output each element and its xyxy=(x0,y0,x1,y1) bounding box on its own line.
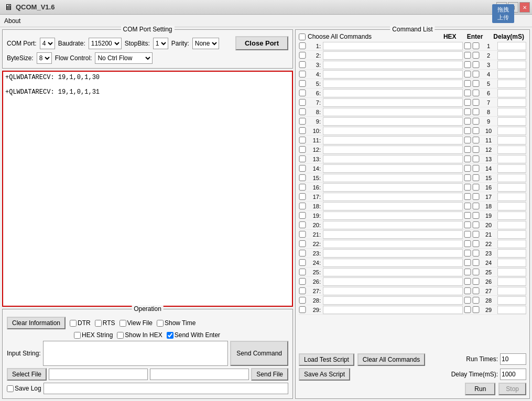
cmd-checkbox-14[interactable] xyxy=(299,165,306,172)
cmd-input-9[interactable] xyxy=(323,117,463,126)
send-file-button[interactable]: Send File xyxy=(251,368,288,381)
cmd-input-17[interactable] xyxy=(323,193,463,201)
cmd-input-3[interactable] xyxy=(323,61,463,69)
cmd-delay-23[interactable] xyxy=(497,249,526,258)
cmd-hex-checkbox-5[interactable] xyxy=(464,80,471,87)
cmd-enter-checkbox-16[interactable] xyxy=(472,184,480,191)
cmd-checkbox-1[interactable] xyxy=(299,42,306,49)
cmd-checkbox-28[interactable] xyxy=(299,297,306,304)
cmd-checkbox-20[interactable] xyxy=(299,221,306,228)
cmd-hex-checkbox-15[interactable] xyxy=(464,174,471,181)
cmd-checkbox-22[interactable] xyxy=(299,240,306,247)
run-button[interactable]: Run xyxy=(465,383,495,395)
cmd-enter-checkbox-19[interactable] xyxy=(472,212,480,219)
cmd-input-22[interactable] xyxy=(323,240,463,248)
cmd-delay-5[interactable] xyxy=(497,80,526,88)
cmd-enter-checkbox-4[interactable] xyxy=(472,71,480,77)
cmd-hex-checkbox-18[interactable] xyxy=(464,203,471,209)
cmd-checkbox-6[interactable] xyxy=(299,90,306,96)
cmd-hex-checkbox-23[interactable] xyxy=(464,250,471,257)
choose-all-checkbox[interactable] xyxy=(299,34,306,40)
cmd-hex-checkbox-2[interactable] xyxy=(464,52,471,59)
cmd-delay-7[interactable] xyxy=(497,98,526,107)
cmd-hex-checkbox-19[interactable] xyxy=(464,212,471,219)
cmd-checkbox-18[interactable] xyxy=(299,203,306,209)
stopbits-select[interactable]: 1 xyxy=(153,38,168,49)
cmd-input-23[interactable] xyxy=(323,249,463,258)
show-in-hex-checkbox-label[interactable]: Show In HEX xyxy=(117,331,162,339)
save-log-checkbox-label[interactable]: Save Log xyxy=(7,385,41,392)
cmd-input-28[interactable] xyxy=(323,296,463,305)
cmd-delay-19[interactable] xyxy=(497,211,526,220)
stop-button[interactable]: Stop xyxy=(498,383,526,395)
cmd-delay-11[interactable] xyxy=(497,136,526,144)
cmd-hex-checkbox-9[interactable] xyxy=(464,118,471,125)
cmd-delay-14[interactable] xyxy=(497,164,526,173)
cmd-input-5[interactable] xyxy=(323,80,463,88)
cmd-hex-checkbox-24[interactable] xyxy=(464,259,471,266)
cmd-input-20[interactable] xyxy=(323,221,463,229)
cmd-hex-checkbox-4[interactable] xyxy=(464,71,471,77)
cmd-input-25[interactable] xyxy=(323,268,463,276)
cmd-input-6[interactable] xyxy=(323,89,463,97)
cmd-delay-13[interactable] xyxy=(497,155,526,163)
cmd-hex-checkbox-7[interactable] xyxy=(464,99,471,106)
cmd-input-21[interactable] xyxy=(323,230,463,239)
cmd-hex-checkbox-8[interactable] xyxy=(464,108,471,115)
cmd-enter-checkbox-25[interactable] xyxy=(472,269,480,275)
cmd-enter-checkbox-29[interactable] xyxy=(472,306,480,313)
cmd-checkbox-10[interactable] xyxy=(299,127,306,134)
cmd-delay-18[interactable] xyxy=(497,202,526,210)
cmd-input-1[interactable] xyxy=(323,42,463,50)
cmd-enter-checkbox-8[interactable] xyxy=(472,108,480,115)
cmd-checkbox-7[interactable] xyxy=(299,99,306,106)
close-port-button[interactable]: Close Port xyxy=(235,36,288,50)
cmd-delay-20[interactable] xyxy=(497,221,526,229)
cmd-input-24[interactable] xyxy=(323,259,463,267)
cmd-delay-3[interactable] xyxy=(497,61,526,69)
cmd-enter-checkbox-24[interactable] xyxy=(472,259,480,266)
cmd-hex-checkbox-6[interactable] xyxy=(464,90,471,96)
cmd-enter-checkbox-23[interactable] xyxy=(472,250,480,257)
cmd-input-26[interactable] xyxy=(323,277,463,286)
send-with-enter-checkbox-label[interactable]: Send With Enter xyxy=(167,331,220,339)
delay-time-input[interactable]: 1000 xyxy=(500,369,526,380)
cmd-enter-checkbox-17[interactable] xyxy=(472,193,480,200)
cmd-enter-checkbox-3[interactable] xyxy=(472,61,480,68)
cmd-enter-checkbox-18[interactable] xyxy=(472,203,480,209)
hex-string-checkbox[interactable] xyxy=(74,332,81,339)
show-time-checkbox[interactable] xyxy=(157,320,164,327)
cmd-delay-10[interactable] xyxy=(497,127,526,135)
dtr-checkbox[interactable] xyxy=(70,320,77,327)
cmd-enter-checkbox-12[interactable] xyxy=(472,146,480,153)
cmd-enter-checkbox-15[interactable] xyxy=(472,174,480,181)
cmd-hex-checkbox-10[interactable] xyxy=(464,127,471,134)
flow-control-select[interactable]: No Ctrl Flow xyxy=(95,52,153,64)
cmd-hex-checkbox-12[interactable] xyxy=(464,146,471,153)
cmd-input-8[interactable] xyxy=(323,108,463,116)
cmd-checkbox-25[interactable] xyxy=(299,269,306,275)
cmd-checkbox-29[interactable] xyxy=(299,306,306,313)
cmd-input-19[interactable] xyxy=(323,211,463,220)
cmd-delay-12[interactable] xyxy=(497,146,526,154)
cmd-hex-checkbox-20[interactable] xyxy=(464,221,471,228)
cmd-hex-checkbox-11[interactable] xyxy=(464,137,471,143)
cmd-hex-checkbox-21[interactable] xyxy=(464,231,471,238)
view-file-checkbox-label[interactable]: View File xyxy=(120,319,153,327)
cmd-checkbox-13[interactable] xyxy=(299,155,306,162)
cmd-hex-checkbox-13[interactable] xyxy=(464,155,471,162)
cmd-input-29[interactable] xyxy=(323,306,463,314)
cmd-enter-checkbox-22[interactable] xyxy=(472,240,480,247)
cmd-checkbox-19[interactable] xyxy=(299,212,306,219)
file-path-input[interactable] xyxy=(49,369,148,380)
send-with-enter-checkbox[interactable] xyxy=(167,332,173,339)
cmd-checkbox-15[interactable] xyxy=(299,174,306,181)
save-as-script-button[interactable]: Save As Script xyxy=(299,368,350,381)
cmd-hex-checkbox-27[interactable] xyxy=(464,287,471,294)
cmd-enter-checkbox-9[interactable] xyxy=(472,118,480,125)
cmd-delay-29[interactable] xyxy=(497,306,526,314)
cmd-checkbox-4[interactable] xyxy=(299,71,306,77)
cmd-input-2[interactable] xyxy=(323,51,463,60)
cmd-delay-21[interactable] xyxy=(497,230,526,239)
show-time-checkbox-label[interactable]: Show Time xyxy=(157,319,196,327)
